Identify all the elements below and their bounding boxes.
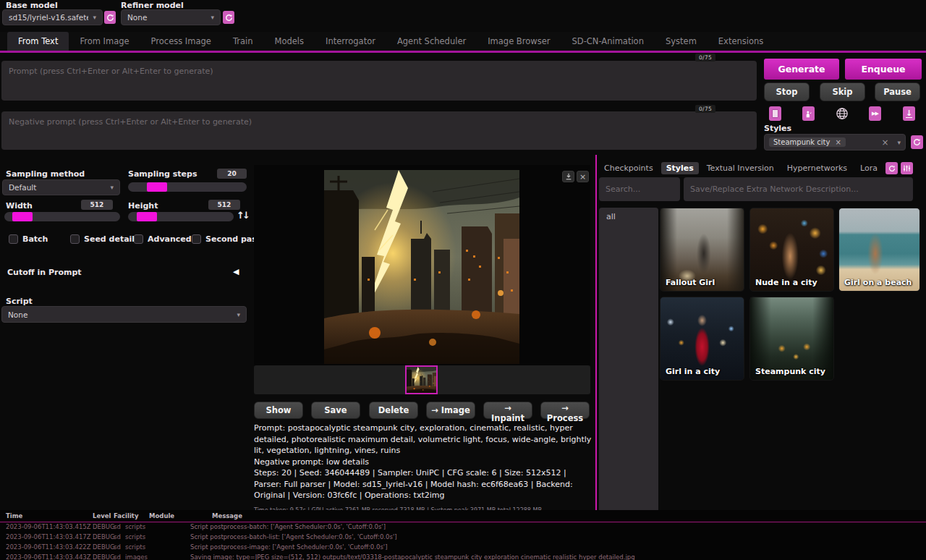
chevron-down-icon[interactable]: ▾ bbox=[897, 139, 901, 146]
send-to-image-button[interactable]: → Image bbox=[426, 402, 475, 419]
chip-remove-icon[interactable]: × bbox=[835, 138, 841, 146]
apply-style-button[interactable] bbox=[802, 106, 815, 121]
clear-styles-icon[interactable]: × bbox=[881, 137, 888, 148]
log-time: 2023-09-06T11:43:03.415Z bbox=[6, 523, 91, 530]
tab-from-text[interactable]: From Text bbox=[7, 32, 69, 51]
networks-globe-button[interactable] bbox=[836, 107, 849, 120]
info-params-line: Steps: 20 | Seed: 346044489 | Sampler: U… bbox=[254, 467, 592, 501]
networks-tab-lora[interactable]: Lora bbox=[855, 162, 883, 174]
gallery-thumbnail-selected[interactable] bbox=[405, 365, 438, 394]
chevron-down-icon: ▾ bbox=[93, 14, 96, 21]
width-value[interactable]: 512 bbox=[81, 200, 113, 210]
log-level: DEBUG bbox=[93, 533, 115, 540]
chevron-down-icon: ▾ bbox=[211, 14, 214, 21]
slider-thumb[interactable] bbox=[147, 182, 167, 192]
tab-process-image[interactable]: Process Image bbox=[140, 32, 222, 51]
apply-style-icon bbox=[804, 109, 812, 119]
sampling-steps-value[interactable]: 20 bbox=[217, 169, 247, 179]
refiner-model-select[interactable]: None ▾ bbox=[121, 9, 221, 25]
tab-interrogator[interactable]: Interrogator bbox=[315, 32, 386, 51]
prompt-input[interactable] bbox=[1, 61, 757, 101]
networks-description-input[interactable] bbox=[684, 177, 913, 201]
stop-button[interactable]: Stop bbox=[764, 82, 810, 101]
style-card-label: Steampunk city bbox=[755, 367, 825, 376]
style-card-girl-on-a-beach[interactable]: Girl on a beach bbox=[838, 208, 920, 292]
base-model-select[interactable]: sd15/lyriel-v16.safetensors ▾ bbox=[2, 9, 103, 25]
log-module: scripts bbox=[125, 533, 145, 540]
download-icon: ↓ bbox=[906, 109, 912, 118]
show-button[interactable]: Show bbox=[254, 402, 303, 419]
advanced-checkbox[interactable] bbox=[134, 234, 143, 244]
slider-thumb[interactable] bbox=[137, 212, 157, 221]
height-slider[interactable] bbox=[128, 212, 234, 221]
sampling-method-select[interactable]: Default ▾ bbox=[2, 179, 120, 195]
base-model-refresh-button[interactable] bbox=[104, 11, 116, 24]
chevron-down-icon: ▾ bbox=[110, 184, 114, 191]
style-card-steampunk-city[interactable]: Steampunk city bbox=[749, 297, 834, 381]
script-label: Script bbox=[6, 297, 33, 306]
style-card-girl-in-a-city[interactable]: Girl in a city bbox=[660, 297, 744, 381]
networks-tab-styles[interactable]: Styles bbox=[661, 162, 699, 174]
tab-extensions[interactable]: Extensions bbox=[708, 32, 774, 51]
save-button[interactable]: Save bbox=[311, 402, 360, 419]
networks-refresh-button[interactable] bbox=[885, 162, 898, 174]
log-module: images bbox=[125, 553, 148, 560]
swap-dimensions-button[interactable]: ↑↓ bbox=[237, 210, 248, 221]
tab-models[interactable]: Models bbox=[263, 32, 315, 51]
advanced-checkbox-label: Advanced bbox=[148, 234, 192, 244]
refiner-model-refresh-button[interactable] bbox=[223, 11, 234, 24]
networks-settings-button[interactable] bbox=[901, 162, 913, 174]
paste-params-button[interactable] bbox=[769, 106, 781, 121]
enqueue-button[interactable]: Enqueue bbox=[845, 59, 922, 80]
send-to-inpaint-button[interactable]: → Inpaint bbox=[483, 402, 532, 419]
negative-prompt-input[interactable] bbox=[1, 111, 757, 150]
thumbnail-image bbox=[407, 367, 436, 393]
send-to-process-button[interactable]: → Process bbox=[540, 402, 590, 419]
style-card-fallout-girl[interactable]: Fallout Girl bbox=[660, 208, 744, 292]
batch-checkbox[interactable] bbox=[9, 234, 18, 244]
tab-train[interactable]: Train bbox=[222, 32, 264, 51]
styles-multiselect[interactable]: Steampunk city × × ▾ bbox=[764, 134, 906, 150]
style-card-label: Fallout Girl bbox=[666, 278, 715, 287]
image-download-button[interactable] bbox=[562, 171, 574, 182]
networks-tab-bar: Checkpoints Styles Textual Inversion Hyp… bbox=[599, 162, 913, 174]
log-level: DEBUG bbox=[93, 523, 115, 530]
style-chip[interactable]: Steampunk city × bbox=[769, 137, 846, 147]
delete-button[interactable]: Delete bbox=[369, 402, 418, 419]
second-pass-checkbox[interactable] bbox=[192, 234, 201, 244]
tab-image-browser[interactable]: Image Browser bbox=[477, 32, 561, 51]
networks-tab-hypernetworks[interactable]: Hypernetworks bbox=[782, 162, 852, 174]
log-message: Script postprocess-image: ['Agent Schedu… bbox=[190, 543, 387, 551]
tab-agent-scheduler[interactable]: Agent Scheduler bbox=[386, 32, 477, 51]
log-message: Saving image: type=JPEG size=(512, 512) … bbox=[190, 553, 635, 560]
log-separator bbox=[0, 522, 926, 522]
fast-forward-button[interactable]: ▶▶ bbox=[869, 106, 881, 121]
styles-refresh-button[interactable] bbox=[911, 135, 923, 149]
width-slider[interactable] bbox=[4, 212, 120, 221]
download-style-button[interactable]: ↓ bbox=[903, 106, 915, 121]
script-select[interactable]: None ▾ bbox=[1, 306, 247, 323]
sampling-steps-slider[interactable] bbox=[128, 182, 247, 192]
fast-forward-icon: ▶▶ bbox=[872, 111, 878, 116]
style-card-nude-in-a-city[interactable]: Nude in a city bbox=[749, 208, 834, 292]
networks-search-input[interactable] bbox=[599, 177, 680, 201]
image-close-button[interactable]: × bbox=[577, 171, 589, 182]
generate-button[interactable]: Generate bbox=[764, 59, 839, 80]
generated-image[interactable] bbox=[324, 170, 519, 364]
sampling-method-label: Sampling method bbox=[6, 169, 85, 179]
log-message: Script postprocess-batch: ['Agent Schedu… bbox=[190, 523, 386, 530]
pause-button[interactable]: Pause bbox=[875, 82, 920, 101]
seed-details-checkbox[interactable] bbox=[70, 234, 80, 244]
styles-label: Styles bbox=[764, 124, 791, 133]
tab-sd-cn-animation[interactable]: SD-CN-Animation bbox=[561, 32, 654, 51]
tab-system[interactable]: System bbox=[655, 32, 708, 51]
height-value[interactable]: 512 bbox=[208, 200, 240, 210]
slider-thumb[interactable] bbox=[12, 212, 33, 221]
networks-folder-all[interactable]: all bbox=[599, 208, 658, 226]
width-label: Width bbox=[6, 201, 33, 211]
networks-tab-textual-inversion[interactable]: Textual Inversion bbox=[702, 162, 779, 174]
skip-button[interactable]: Skip bbox=[820, 82, 865, 101]
cutoff-accordion[interactable]: Cutoff in Prompt ◀ bbox=[0, 262, 247, 282]
tab-from-image[interactable]: From Image bbox=[69, 32, 140, 51]
networks-tab-checkpoints[interactable]: Checkpoints bbox=[599, 162, 658, 174]
